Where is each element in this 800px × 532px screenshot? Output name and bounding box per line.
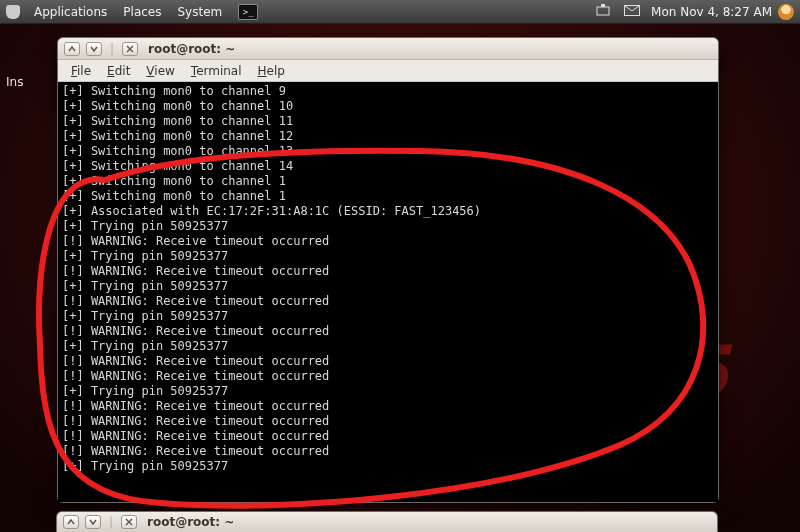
svg-rect-1: [601, 4, 605, 7]
terminal-menubar: File Edit View Terminal Help: [58, 60, 718, 82]
terminal-line: [!] WARNING: Receive timeout occurred: [62, 429, 714, 444]
terminal-output[interactable]: [+] Switching mon0 to channel 9[+] Switc…: [58, 82, 718, 502]
terminal-line: [+] Switching mon0 to channel 1: [62, 174, 714, 189]
terminal-line: [+] Switching mon0 to channel 9: [62, 84, 714, 99]
panel-menu-system[interactable]: System: [169, 5, 230, 19]
terminal-line: [!] WARNING: Receive timeout occurred: [62, 354, 714, 369]
menu-help[interactable]: Help: [251, 62, 292, 80]
terminal-line: [+] Switching mon0 to channel 1: [62, 189, 714, 204]
window-menu-down-button[interactable]: [86, 42, 102, 56]
terminal-line: [+] Switching mon0 to channel 11: [62, 114, 714, 129]
top-panel: Applications Places System >_ Mon Nov 4,…: [0, 0, 800, 24]
network-icon[interactable]: [596, 4, 610, 16]
bg-window-close-button[interactable]: [121, 515, 137, 529]
system-tray: [591, 4, 645, 19]
terminal-line: [+] Trying pin 50925377: [62, 219, 714, 234]
menu-view[interactable]: View: [139, 62, 181, 80]
terminal-line: [!] WARNING: Receive timeout occurred: [62, 234, 714, 249]
bg-titlebar-separator: |: [107, 515, 115, 529]
panel-clock[interactable]: Mon Nov 4, 8:27 AM: [651, 5, 772, 19]
terminal-line: [+] Switching mon0 to channel 10: [62, 99, 714, 114]
terminal-line: [!] WARNING: Receive timeout occurred: [62, 399, 714, 414]
terminal-line: [!] WARNING: Receive timeout occurred: [62, 324, 714, 339]
prompt-glyph: >_: [243, 7, 254, 17]
terminal-line: [+] Trying pin 50925377: [62, 249, 714, 264]
terminal-line: [+] Associated with EC:17:2F:31:A8:1C (E…: [62, 204, 714, 219]
terminal-line: [+] Trying pin 50925377: [62, 339, 714, 354]
bg-window-menu-up-button[interactable]: [63, 515, 79, 529]
window-close-button[interactable]: [122, 42, 138, 56]
window-title: root@root: ~: [148, 42, 235, 56]
menu-edit[interactable]: Edit: [100, 62, 137, 80]
terminal-line: [!] WARNING: Receive timeout occurred: [62, 369, 714, 384]
menu-terminal[interactable]: Terminal: [184, 62, 249, 80]
desktop-install-label: Ins: [6, 75, 23, 89]
window-titlebar[interactable]: | root@root: ~: [58, 38, 718, 60]
window-menu-up-button[interactable]: [64, 42, 80, 56]
bg-window-menu-down-button[interactable]: [85, 515, 101, 529]
terminal-line: [+] Trying pin 50925377: [62, 279, 714, 294]
terminal-line: [+] Switching mon0 to channel 12: [62, 129, 714, 144]
terminal-line: [+] Trying pin 50925377: [62, 459, 714, 474]
terminal-line: [+] Trying pin 50925377: [62, 309, 714, 324]
background-terminal-titlebar[interactable]: | root@root: ~: [56, 511, 718, 532]
terminal-line: [+] Trying pin 50925377: [62, 384, 714, 399]
terminal-line: [!] WARNING: Receive timeout occurred: [62, 264, 714, 279]
titlebar-separator: |: [108, 42, 116, 56]
gnome-foot-icon: [6, 5, 20, 19]
terminal-line: [!] WARNING: Receive timeout occurred: [62, 294, 714, 309]
menu-file[interactable]: File: [64, 62, 98, 80]
terminal-line: [+] Switching mon0 to channel 14: [62, 159, 714, 174]
terminal-line: [!] WARNING: Receive timeout occurred: [62, 444, 714, 459]
terminal-line: [+] Switching mon0 to channel 13: [62, 144, 714, 159]
terminal-line: [!] WARNING: Receive timeout occurred: [62, 414, 714, 429]
bg-window-title: root@root: ~: [147, 515, 234, 529]
user-switch-icon[interactable]: [778, 4, 794, 20]
terminal-window: | root@root: ~ File Edit View Terminal H…: [57, 37, 719, 503]
svg-rect-0: [597, 7, 609, 15]
terminal-launcher-icon[interactable]: >_: [238, 4, 258, 20]
panel-menu-places[interactable]: Places: [115, 5, 169, 19]
panel-menu-applications[interactable]: Applications: [26, 5, 115, 19]
mail-icon[interactable]: [624, 5, 640, 16]
